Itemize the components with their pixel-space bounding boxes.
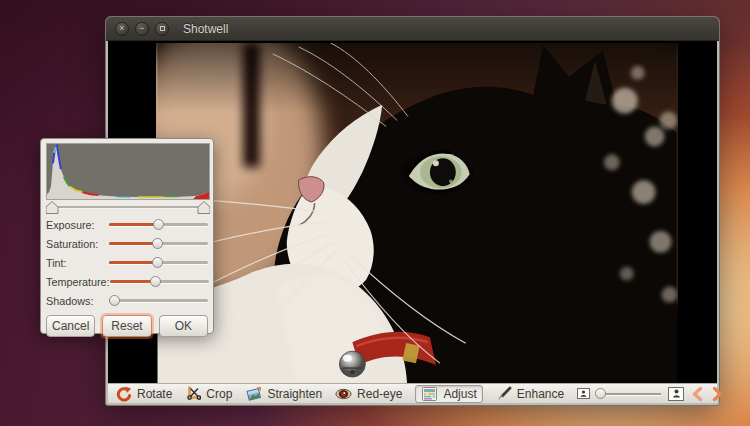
chevron-left-icon [695, 388, 701, 399]
temperature-row: Temperature: [46, 272, 208, 291]
tint-row: Tint: [46, 253, 208, 272]
window-title: Shotwell [183, 22, 228, 36]
straighten-label: Straighten [267, 387, 322, 401]
saturation-slider-thumb[interactable] [152, 238, 163, 249]
cancel-button[interactable]: Cancel [46, 315, 95, 337]
histogram [46, 143, 210, 200]
straighten-icon [245, 386, 262, 402]
exposure-slider-fill [109, 223, 159, 226]
zoom-slider-track[interactable] [597, 393, 661, 395]
chevron-right-icon [715, 388, 721, 399]
maximize-icon[interactable] [155, 22, 169, 36]
saturation-row: Saturation: [46, 234, 208, 253]
exposure-slider[interactable] [109, 218, 208, 231]
saturation-slider[interactable] [109, 237, 208, 250]
cat-photo [156, 43, 678, 383]
adjust-button[interactable]: Adjust [415, 385, 482, 403]
straighten-button[interactable]: Straighten [245, 386, 322, 402]
exposure-label: Exposure: [46, 219, 95, 231]
zoom-out-photo-icon[interactable] [577, 388, 590, 399]
temperature-slider[interactable] [110, 275, 209, 288]
shadows-slider-thumb[interactable] [109, 295, 120, 306]
desktop-wallpaper: × − Shotwell [0, 0, 750, 426]
adjust-dialog: Exposure: Saturation: Tint: T [40, 138, 214, 334]
shadows-slider[interactable] [109, 294, 208, 307]
shadows-slider-track[interactable] [109, 299, 208, 302]
tint-slider-fill [109, 261, 158, 264]
zoom-slider[interactable] [597, 388, 661, 400]
adjust-icon [421, 386, 438, 402]
editing-toolbar: Rotate Crop [108, 383, 717, 403]
red-eye-icon [335, 386, 352, 402]
zoom-in-photo-icon[interactable] [668, 387, 684, 401]
crop-label: Crop [206, 387, 232, 401]
saturation-label: Saturation: [46, 238, 98, 250]
saturation-slider-fill [109, 242, 158, 245]
exposure-row: Exposure: [46, 215, 208, 234]
red-eye-label: Red-eye [357, 387, 402, 401]
tint-slider-thumb[interactable] [152, 257, 163, 268]
adjust-label: Adjust [443, 387, 476, 401]
enhance-button[interactable]: Enhance [496, 386, 564, 401]
histogram-range-slider[interactable] [46, 201, 210, 215]
zoom-control [577, 386, 724, 402]
rotate-label: Rotate [137, 387, 172, 401]
close-icon[interactable]: × [115, 22, 129, 36]
dialog-buttons: Cancel Reset OK [46, 315, 208, 337]
range-handle-right[interactable] [198, 202, 210, 214]
enhance-icon [496, 386, 512, 401]
temperature-slider-thumb[interactable] [150, 276, 161, 287]
titlebar[interactable]: × − Shotwell [106, 17, 719, 41]
ok-button[interactable]: OK [159, 315, 208, 337]
reset-button[interactable]: Reset [102, 315, 151, 337]
zoom-slider-thumb[interactable] [595, 388, 606, 399]
red-eye-button[interactable]: Red-eye [335, 386, 402, 402]
minimize-icon[interactable]: − [135, 22, 149, 36]
exposure-slider-thumb[interactable] [153, 219, 164, 230]
range-handle-left[interactable] [46, 202, 58, 214]
tint-label: Tint: [46, 257, 67, 269]
enhance-label: Enhance [517, 387, 564, 401]
tint-slider[interactable] [109, 256, 208, 269]
temperature-label: Temperature: [46, 276, 110, 288]
shadows-label: Shadows: [46, 295, 93, 307]
next-photo-button[interactable] [711, 386, 724, 402]
crop-button[interactable]: Crop [185, 386, 232, 401]
rotate-icon [116, 386, 132, 402]
shadows-row: Shadows: [46, 291, 208, 310]
rotate-button[interactable]: Rotate [116, 386, 172, 402]
crop-icon [185, 386, 201, 401]
previous-photo-button[interactable] [691, 386, 704, 402]
